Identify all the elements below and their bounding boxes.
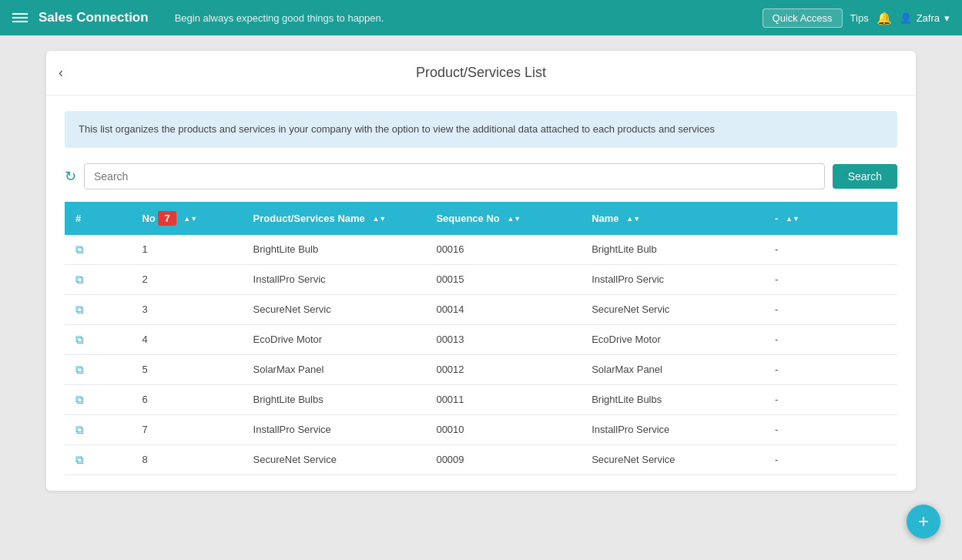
open-link-icon[interactable]: ⧉ bbox=[75, 393, 84, 406]
row-product: BrightLite Bulbs bbox=[243, 384, 426, 414]
app-brand: Sales Connection bbox=[39, 10, 149, 25]
open-link-icon[interactable]: ⧉ bbox=[75, 363, 84, 376]
info-box: This list organizes the products and ser… bbox=[65, 111, 897, 148]
nav-tagline: Begin always expecting good things to ha… bbox=[175, 12, 384, 24]
back-button[interactable]: ‹ bbox=[59, 65, 63, 81]
row-dash: - bbox=[764, 264, 897, 294]
col-no: No 7 ▲▼ bbox=[131, 202, 242, 235]
open-link-icon[interactable]: ⧉ bbox=[75, 273, 84, 286]
row-no: 1 bbox=[131, 235, 242, 265]
user-icon: 👤 bbox=[900, 12, 912, 24]
row-product: BrightLite Bulb bbox=[243, 235, 426, 265]
open-link-icon[interactable]: ⧉ bbox=[75, 453, 84, 466]
row-name: InstallPro Servic bbox=[581, 264, 764, 294]
row-dash: - bbox=[764, 444, 897, 474]
table-row: ⧉ 7 InstallPro Service 00010 InstallPro … bbox=[65, 414, 897, 444]
table-row: ⧉ 2 InstallPro Servic 00015 InstallPro S… bbox=[65, 264, 897, 294]
search-input[interactable] bbox=[84, 163, 825, 189]
row-no: 3 bbox=[131, 294, 242, 324]
col-hash: # bbox=[65, 202, 131, 235]
content-card: ‹ Product/Services List This list organi… bbox=[46, 51, 916, 491]
row-dash: - bbox=[764, 354, 897, 384]
table-row: ⧉ 3 SecureNet Servic 00014 SecureNet Ser… bbox=[65, 294, 897, 324]
row-seq: 00010 bbox=[425, 414, 581, 444]
user-name: Zafra bbox=[917, 12, 940, 24]
hamburger-menu[interactable] bbox=[12, 13, 28, 22]
table-row: ⧉ 5 SolarMax Panel 00012 SolarMax Panel … bbox=[65, 354, 897, 384]
row-seq: 00013 bbox=[425, 324, 581, 354]
row-seq: 00016 bbox=[425, 235, 581, 265]
row-name: SecureNet Service bbox=[581, 444, 764, 474]
row-open-icon[interactable]: ⧉ bbox=[65, 294, 131, 324]
fab-add-button[interactable]: + bbox=[907, 505, 940, 538]
sort-arrows-extra[interactable]: ▲▼ bbox=[786, 216, 799, 223]
user-profile[interactable]: 👤 Zafra ▾ bbox=[900, 12, 950, 24]
open-link-icon[interactable]: ⧉ bbox=[75, 333, 84, 346]
table-header: # No 7 ▲▼ Product/Services Name ▲▼ Seq bbox=[65, 202, 897, 235]
open-link-icon[interactable]: ⧉ bbox=[75, 423, 84, 436]
info-text: This list organizes the products and ser… bbox=[79, 123, 715, 135]
product-table: # No 7 ▲▼ Product/Services Name ▲▼ Seq bbox=[65, 202, 897, 475]
open-link-icon[interactable]: ⧉ bbox=[75, 243, 84, 256]
nav-left: Sales Connection Begin always expecting … bbox=[12, 10, 384, 25]
row-seq: 00015 bbox=[425, 264, 581, 294]
row-seq: 00011 bbox=[425, 384, 581, 414]
row-no: 2 bbox=[131, 264, 242, 294]
row-dash: - bbox=[764, 384, 897, 414]
row-open-icon[interactable]: ⧉ bbox=[65, 324, 131, 354]
page-title: Product/Services List bbox=[416, 65, 546, 81]
row-open-icon[interactable]: ⧉ bbox=[65, 235, 131, 265]
row-product: SolarMax Panel bbox=[243, 354, 426, 384]
row-open-icon[interactable]: ⧉ bbox=[65, 384, 131, 414]
row-seq: 00014 bbox=[425, 294, 581, 324]
row-dash: - bbox=[764, 414, 897, 444]
row-open-icon[interactable]: ⧉ bbox=[65, 264, 131, 294]
chevron-down-icon: ▾ bbox=[944, 12, 950, 24]
row-product: EcoDrive Motor bbox=[243, 324, 426, 354]
row-name: SolarMax Panel bbox=[581, 354, 764, 384]
col-sequence: Sequence No ▲▼ bbox=[425, 202, 581, 235]
row-no: 6 bbox=[131, 384, 242, 414]
row-open-icon[interactable]: ⧉ bbox=[65, 414, 131, 444]
notification-bell-icon[interactable]: 🔔 bbox=[877, 11, 892, 25]
row-product: InstallPro Service bbox=[243, 414, 426, 444]
row-no: 5 bbox=[131, 354, 242, 384]
search-bar: ↻ Search bbox=[65, 163, 897, 189]
table-body: ⧉ 1 BrightLite Bulb 00016 BrightLite Bul… bbox=[65, 235, 897, 475]
quick-access-button[interactable]: Quick Access bbox=[763, 8, 843, 28]
card-header: ‹ Product/Services List bbox=[46, 51, 916, 96]
col-no-badge: 7 bbox=[158, 211, 176, 226]
col-extra: - ▲▼ bbox=[764, 202, 897, 235]
row-name: BrightLite Bulbs bbox=[581, 384, 764, 414]
main-content: ‹ Product/Services List This list organi… bbox=[0, 35, 962, 560]
table-row: ⧉ 8 SecureNet Service 00009 SecureNet Se… bbox=[65, 444, 897, 474]
row-seq: 00012 bbox=[425, 354, 581, 384]
row-open-icon[interactable]: ⧉ bbox=[65, 354, 131, 384]
card-body: This list organizes the products and ser… bbox=[46, 96, 916, 491]
table-row: ⧉ 6 BrightLite Bulbs 00011 BrightLite Bu… bbox=[65, 384, 897, 414]
nav-right: Quick Access Tips 🔔 👤 Zafra ▾ bbox=[763, 8, 950, 28]
row-product: SecureNet Service bbox=[243, 444, 426, 474]
row-name: BrightLite Bulb bbox=[581, 235, 764, 265]
sort-arrows-name[interactable]: ▲▼ bbox=[626, 216, 640, 223]
sort-arrows-no[interactable]: ▲▼ bbox=[183, 216, 197, 223]
top-navigation: Sales Connection Begin always expecting … bbox=[0, 0, 962, 35]
sort-arrows-seq[interactable]: ▲▼ bbox=[507, 216, 521, 223]
row-no: 4 bbox=[131, 324, 242, 354]
row-name: EcoDrive Motor bbox=[581, 324, 764, 354]
refresh-icon[interactable]: ↻ bbox=[65, 168, 76, 185]
row-dash: - bbox=[764, 235, 897, 265]
table-row: ⧉ 4 EcoDrive Motor 00013 EcoDrive Motor … bbox=[65, 324, 897, 354]
col-product: Product/Services Name ▲▼ bbox=[243, 202, 426, 235]
sort-arrows-product[interactable]: ▲▼ bbox=[372, 216, 386, 223]
row-no: 7 bbox=[131, 414, 242, 444]
tips-button[interactable]: Tips bbox=[850, 12, 869, 24]
row-name: InstallPro Service bbox=[581, 414, 764, 444]
row-no: 8 bbox=[131, 444, 242, 474]
open-link-icon[interactable]: ⧉ bbox=[75, 303, 84, 316]
row-product: SecureNet Servic bbox=[243, 294, 426, 324]
row-product: InstallPro Servic bbox=[243, 264, 426, 294]
search-button[interactable]: Search bbox=[833, 164, 897, 189]
row-name: SecureNet Servic bbox=[581, 294, 764, 324]
row-open-icon[interactable]: ⧉ bbox=[65, 444, 131, 474]
